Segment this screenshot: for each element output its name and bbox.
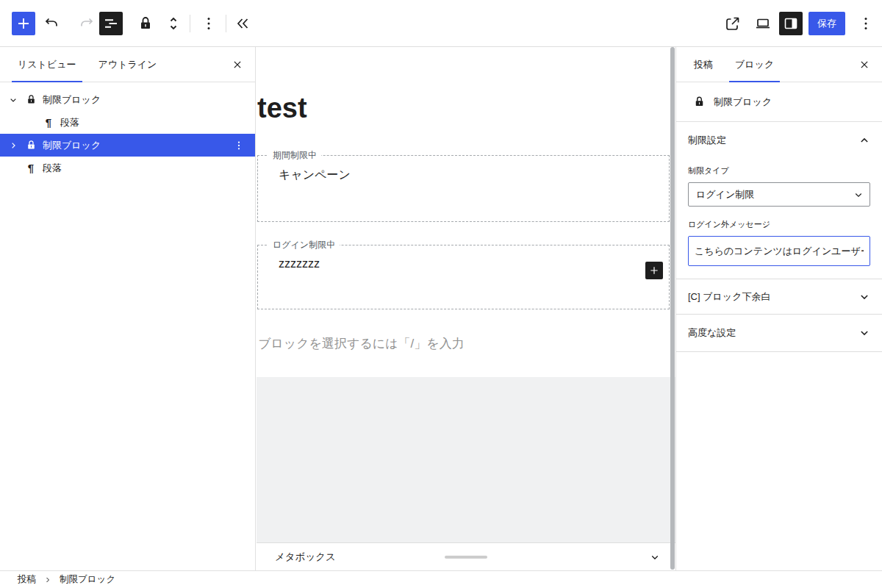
chevron-down-icon <box>852 188 865 201</box>
breadcrumb-post[interactable]: 投稿 <box>18 573 36 586</box>
kebab-menu-icon <box>233 140 245 151</box>
close-list-view-button[interactable] <box>229 56 246 74</box>
lock-icon <box>24 138 38 153</box>
redo-icon <box>78 15 96 32</box>
metabox-resize-handle[interactable] <box>445 556 487 559</box>
chevron-down-icon <box>648 551 662 564</box>
tab-label: ブロック <box>735 58 774 71</box>
tab-post[interactable]: 投稿 <box>688 47 719 82</box>
logout-message-label: ログイン外メッセージ <box>688 219 870 230</box>
tree-row-label: 段落 <box>43 162 62 175</box>
settings-tabs: 投稿 ブロック <box>676 47 882 82</box>
restricted-block-login[interactable]: ログイン制限中 zzzzzzz <box>257 245 670 309</box>
block-content[interactable]: zzzzzzz <box>279 257 320 270</box>
collapse-toolbar-button[interactable] <box>234 15 251 32</box>
close-settings-button[interactable] <box>856 56 873 74</box>
view-post-button[interactable] <box>724 15 742 32</box>
breadcrumb: 投稿 制限ブロック <box>0 570 882 588</box>
list-view-icon <box>102 15 120 32</box>
restriction-badge: 期間制限中 <box>268 148 321 162</box>
tree-row-paragraph-2[interactable]: ¶ 段落 <box>0 157 255 179</box>
chevron-right-icon[interactable] <box>6 138 21 153</box>
block-inserter-button[interactable] <box>12 12 35 35</box>
restricted-block-period[interactable]: 期間制限中 キャンペーン <box>257 155 670 222</box>
tab-list-view[interactable]: リストビュー <box>12 47 82 82</box>
metabox-collapse-button[interactable] <box>646 548 664 566</box>
tab-outline[interactable]: アウトライン <box>93 47 163 82</box>
block-options-button[interactable] <box>200 15 218 32</box>
canvas-background <box>257 377 675 542</box>
chevron-down-icon[interactable] <box>6 93 21 107</box>
select-value: ログイン制限 <box>696 188 754 201</box>
list-view-tabs: リストビュー アウトライン <box>0 47 255 82</box>
row-options-button[interactable] <box>230 137 248 154</box>
list-view-toggle-button[interactable] <box>99 12 123 35</box>
block-mover-button[interactable] <box>165 15 182 32</box>
panel-title: 制限設定 <box>688 134 726 147</box>
kebab-menu-icon <box>200 15 218 32</box>
close-icon <box>231 58 244 71</box>
undo-button[interactable] <box>43 15 60 32</box>
block-tree: 制限ブロック ¶ 段落 制限ブロック ¶ 段落 <box>0 82 255 179</box>
plus-icon <box>648 265 660 276</box>
close-icon <box>858 58 871 71</box>
block-content[interactable]: キャンペーン <box>279 168 351 183</box>
tree-row-restricted-block-2[interactable]: 制限ブロック <box>0 134 255 157</box>
external-link-icon <box>724 15 742 32</box>
chevron-down-icon <box>857 326 872 340</box>
tab-label: アウトライン <box>98 58 157 71</box>
sidebar-panel-icon <box>782 15 800 32</box>
tree-row-label: 制限ブロック <box>43 93 101 107</box>
toolbar-separator <box>190 15 190 32</box>
preview-device-button[interactable] <box>754 15 772 32</box>
settings-sidebar: 投稿 ブロック 制限ブロック 制限設定 制限タイプ ログイン制限 ログイン外メッ… <box>675 47 882 570</box>
paragraph-icon: ¶ <box>41 115 56 130</box>
logout-message-input[interactable] <box>688 236 870 266</box>
undo-icon <box>43 15 60 32</box>
double-chevron-left-icon <box>234 15 251 32</box>
chevron-down-icon <box>857 290 872 304</box>
laptop-icon <box>754 15 772 32</box>
lock-icon <box>137 15 154 32</box>
panel-block-bottom-margin-header[interactable]: [C] ブロック下余白 <box>676 279 882 314</box>
canvas-scrollbar[interactable] <box>670 47 675 570</box>
breadcrumb-current-block: 制限ブロック <box>60 573 115 586</box>
tree-row-restricted-block-1[interactable]: 制限ブロック <box>0 88 255 111</box>
logout-message-field-wrap <box>688 236 870 266</box>
up-down-chevrons-icon <box>165 15 182 32</box>
tab-block[interactable]: ブロック <box>729 47 780 82</box>
block-appender-placeholder[interactable]: ブロックを選択するには「/」を入力 <box>258 335 465 352</box>
restriction-type-label: 制限タイプ <box>688 165 870 176</box>
paragraph-icon: ¶ <box>24 161 38 176</box>
chevron-right-icon <box>43 576 52 584</box>
editor-canvas[interactable]: test 期間制限中 キャンペーン ログイン制限中 zzzzzzz ブロックを選… <box>257 47 675 570</box>
block-lock-button[interactable] <box>137 15 154 32</box>
tab-label: 投稿 <box>694 58 713 71</box>
tree-row-label: 制限ブロック <box>43 139 101 152</box>
post-title[interactable]: test <box>257 93 307 125</box>
chevron-up-icon <box>857 133 872 148</box>
tree-row-paragraph-1[interactable]: ¶ 段落 <box>0 111 255 134</box>
lock-icon <box>692 95 706 109</box>
tab-label: リストビュー <box>18 58 76 71</box>
panel-title: 高度な設定 <box>688 326 736 340</box>
editor-options-button[interactable] <box>857 15 875 32</box>
settings-sidebar-toggle-button[interactable] <box>779 12 803 35</box>
restriction-type-select[interactable]: ログイン制限 <box>688 182 870 207</box>
add-block-button[interactable] <box>645 262 663 279</box>
save-button[interactable]: 保存 <box>808 12 845 35</box>
restriction-badge: ログイン制限中 <box>268 238 340 252</box>
kebab-menu-icon <box>857 15 875 32</box>
lock-icon <box>24 93 38 107</box>
panel-restriction-settings-body: 制限タイプ ログイン制限 ログイン外メッセージ <box>676 165 882 279</box>
redo-button[interactable] <box>78 15 96 32</box>
panel-restriction-settings-header[interactable]: 制限設定 <box>676 122 882 159</box>
block-card: 制限ブロック <box>676 82 882 122</box>
toolbar-separator <box>226 15 226 32</box>
panel-advanced-settings-header[interactable]: 高度な設定 <box>676 314 882 352</box>
block-card-title: 制限ブロック <box>714 96 772 109</box>
list-view-panel: リストビュー アウトライン 制限ブロック ¶ 段落 <box>0 47 256 570</box>
editor-toolbar: 保存 <box>0 0 882 47</box>
panel-title: [C] ブロック下余白 <box>688 290 770 304</box>
tree-row-label: 段落 <box>60 116 79 129</box>
